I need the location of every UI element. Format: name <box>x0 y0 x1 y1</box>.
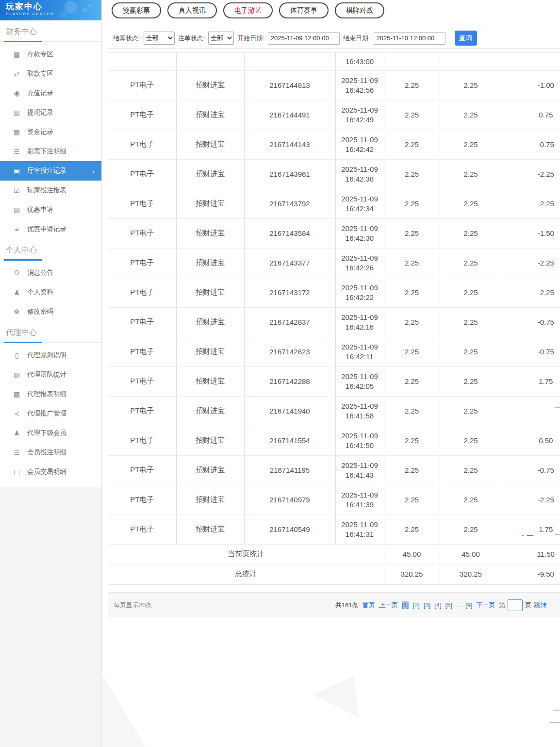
bet-amount-cell: 2.25 <box>384 248 440 278</box>
sidebar-section-personal-title: 个人中心 <box>0 239 101 260</box>
bet-amount-cell: 2.25 <box>384 130 440 159</box>
game-type-cell: PT电子 <box>108 248 176 278</box>
order-number-cell: 2167143172 <box>244 278 335 307</box>
filter-bar: 结算状态: 全部 注单状态: 全部 开始日期: 结束日期: 查询 <box>108 28 560 49</box>
sidebar-item[interactable]: ☰ 会员投注明细 <box>0 443 101 462</box>
game-name-cell: 招财进宝 <box>176 278 244 307</box>
sidebar-item[interactable]: ☸ 修改密码 <box>0 302 101 321</box>
game-type-cell: PT电子 <box>108 100 176 130</box>
datetime-cell: 2025-11-09 16:42:42 <box>335 130 384 159</box>
table-row: PT电子 招财进宝 2167144143 2025-11-09 16:42:42… <box>108 130 560 159</box>
section-divider <box>0 342 101 343</box>
sidebar-item[interactable]: ♟ 代理下级会员 <box>0 423 101 443</box>
datetime-cell: 2025-11-09 16:42:26 <box>335 248 384 278</box>
summary-label-cell: 当前页统计 <box>108 544 384 564</box>
game-type-cell: PT电子 <box>108 455 176 485</box>
datetime-cell: 2025-11-09 16:42:05 <box>335 366 384 396</box>
sidebar-item[interactable]: ▩ 代理报表明细 <box>0 384 101 404</box>
table-row: PT电子 招财进宝 2167141940 2025-11-09 16:41:58… <box>108 396 560 426</box>
query-button[interactable]: 查询 <box>455 31 477 46</box>
promo-apply-record-icon: ≡ <box>13 225 21 233</box>
sidebar-item[interactable]: ▥ 提现记录 <box>0 103 101 122</box>
jump-button[interactable]: 跳转 <box>534 601 546 610</box>
page-number-link[interactable]: ... <box>456 601 461 609</box>
datetime-cell: 2025-11-09 16:42:16 <box>335 307 384 337</box>
sidebar-item-label: 彩票下注明细 <box>27 147 66 156</box>
section-divider <box>0 41 101 42</box>
sidebar-item-label: 消息公告 <box>27 268 53 277</box>
sidebar-item[interactable]: ♟ 个人资料 <box>0 282 101 302</box>
main-content: 雙赢彩票 真人视讯 电子游艺 体育赛事 棋牌对战 结算状态: 全部 注单状态: … <box>102 0 560 616</box>
sidebar-item[interactable]: ≺ 代理推广管理 <box>0 404 101 423</box>
page-number-link[interactable]: [9] <box>465 601 472 609</box>
sidebar-item[interactable]: ◉ 充值记录 <box>0 83 101 103</box>
sidebar-item[interactable]: ▤ 会员交易明细 <box>0 462 101 481</box>
share-icon: ≺ <box>13 410 21 417</box>
datetime-cell: 2025-11-09 16:42:30 <box>335 218 384 248</box>
first-page-link[interactable]: 首页 <box>362 601 375 610</box>
game-category-tab[interactable]: 体育赛事 <box>279 2 329 18</box>
page-jump-input[interactable] <box>508 599 523 611</box>
sidebar-item[interactable]: ▨ 代理团队统计 <box>0 365 101 384</box>
sidebar-item[interactable]: ≡ 优惠申请记录 <box>0 219 101 239</box>
valid-bet-cell: 2.25 <box>440 366 502 396</box>
sidebar-item[interactable]: ☑ 玩家投注报表 <box>0 181 101 200</box>
game-category-tab[interactable]: 棋牌对战 <box>335 2 384 18</box>
page-number-link[interactable]: [1] <box>402 601 409 609</box>
game-category-tab[interactable]: 电子游艺 <box>223 2 273 18</box>
page-number-link[interactable]: [2] <box>412 601 419 609</box>
end-date-label: 结束日期: <box>343 34 370 43</box>
sidebar-personal-items: Ω 消息公告 ♟ 个人资料 ☸ 修改密码 <box>0 263 101 321</box>
sidebar-item[interactable]: Ω 消息公告 <box>0 263 101 282</box>
next-page-link[interactable]: 下一页 <box>476 601 495 610</box>
sidebar-item[interactable]: ▤ 存款专区 <box>0 45 101 64</box>
game-category-tab[interactable]: 雙赢彩票 <box>112 2 161 18</box>
clipped-edge-dash <box>555 407 560 408</box>
order-number-cell: 2167141195 <box>244 455 335 485</box>
game-type-cell: PT电子 <box>108 189 176 218</box>
sidebar-item[interactable]: ▦ 资金记录 <box>0 122 101 142</box>
order-status-select[interactable]: 全部 <box>208 32 234 45</box>
valid-bet-cell: 2.25 <box>440 337 502 366</box>
game-category-tab[interactable]: 真人视讯 <box>167 2 217 18</box>
settle-status-select[interactable]: 全部 <box>144 32 175 45</box>
table-row: PT电子 招财进宝 2167140979 2025-11-09 16:41:39… <box>108 485 560 515</box>
game-name-cell: 招财进宝 <box>176 485 244 515</box>
gamepad-decoration-icon <box>51 0 98 20</box>
game-type-cell: PT电子 <box>108 396 176 426</box>
sidebar-item[interactable]: ▯ 代理规则说明 <box>0 346 101 365</box>
order-number-cell: 2167141554 <box>244 426 335 455</box>
summary-valid-cell: 45.00 <box>440 544 502 564</box>
datetime-cell: 2025-11-09 16:41:50 <box>335 426 384 455</box>
start-date-input[interactable] <box>268 32 340 45</box>
clipped-edge-dash <box>555 534 560 535</box>
sidebar-item-label: 提现记录 <box>27 108 53 117</box>
page-number-link[interactable]: [5] <box>445 601 452 609</box>
order-number-cell: 2167143377 <box>244 248 335 278</box>
game-name-cell: 招财进宝 <box>176 100 244 130</box>
end-date-input[interactable] <box>374 32 445 45</box>
valid-bet-cell: 2.25 <box>440 100 502 130</box>
summary-label-cell: 总统计 <box>108 564 384 584</box>
bet-amount-cell: 2.25 <box>384 218 440 248</box>
sidebar-item[interactable]: ▧ 优惠申请 <box>0 200 101 219</box>
win-loss-cell: -0.75 <box>502 337 560 366</box>
page-number-link[interactable]: [3] <box>424 601 430 609</box>
game-type-cell: PT电子 <box>108 337 176 366</box>
page-number-link[interactable]: [4] <box>434 601 441 609</box>
sidebar-item[interactable]: ☰ 彩票下注明细 <box>0 142 101 161</box>
sidebar-item[interactable]: ⇄ 取款专区 <box>0 64 101 83</box>
jump-prefix-label: 第 <box>499 601 505 610</box>
game-type-cell: PT电子 <box>108 70 176 100</box>
prev-page-link[interactable]: 上一页 <box>379 601 398 610</box>
bet-amount-cell: 2.25 <box>384 515 440 544</box>
datetime-cell: 2025-11-09 16:42:22 <box>335 278 384 307</box>
total-count: 共161条 <box>335 601 359 610</box>
sidebar-item[interactable]: ▣ 厅室投注记录 › <box>0 161 101 181</box>
game-name-cell: 招财进宝 <box>176 515 244 544</box>
order-number-cell: 2167141940 <box>244 396 335 426</box>
summary-valid-cell: 320.25 <box>440 564 502 584</box>
sidebar-item-label: 代理团队统计 <box>27 370 66 379</box>
order-number-cell: 2167144491 <box>244 100 335 130</box>
win-loss-cell <box>502 396 560 426</box>
